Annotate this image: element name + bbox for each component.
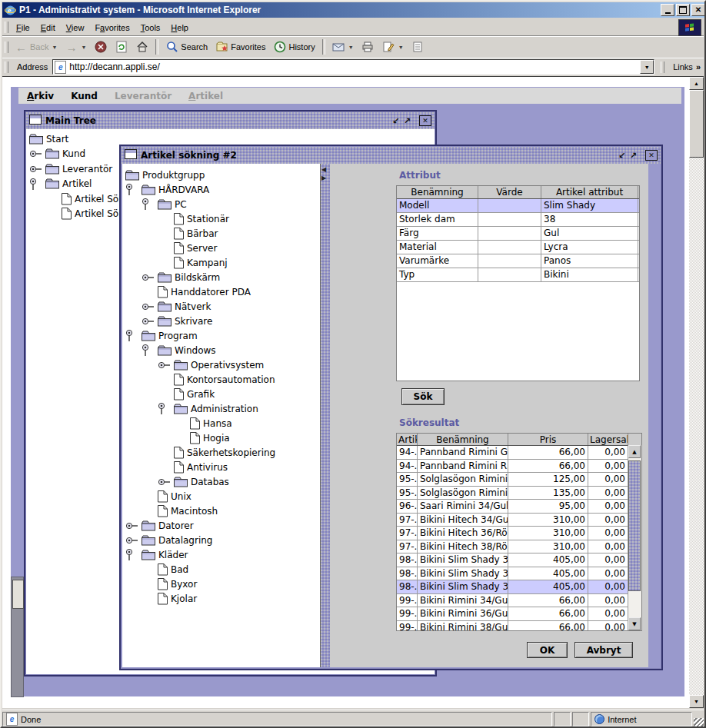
tree-handle-collapsed-icon[interactable]: [142, 317, 158, 326]
discuss-button[interactable]: [408, 38, 428, 55]
links-grip[interactable]: [661, 61, 664, 73]
column-header-ben-mning[interactable]: Benämning: [418, 434, 508, 445]
menu-edit[interactable]: Edit: [35, 22, 61, 34]
addressbar-grip[interactable]: [5, 61, 8, 73]
tree-item-station-r[interactable]: Stationär: [122, 211, 320, 226]
tree-item-kl-der[interactable]: Kläder: [122, 547, 320, 562]
result-row[interactable]: 97-...Bikini Hitech 38/Rö...310,000,00: [397, 540, 628, 554]
window-resize-grip[interactable]: [694, 718, 704, 728]
splitpane-divider[interactable]: ◀ ▶: [320, 164, 331, 667]
tree-item-produktgrupp[interactable]: Produktgrupp: [122, 168, 320, 182]
main-tree-titlebar[interactable]: Main Tree ↙ ↗ ✕: [26, 112, 435, 129]
split-collapse-left-icon[interactable]: ◀: [321, 165, 326, 174]
tree-handle-expanded-icon[interactable]: [158, 401, 174, 416]
menu-view[interactable]: View: [61, 22, 90, 34]
scroll-up-icon[interactable]: ▲: [628, 445, 641, 458]
result-row[interactable]: 99-...Bikini Rimini 34/Gul...66,000,00: [397, 594, 628, 608]
result-row[interactable]: 96-...Saari Rimini 34/Gul...95,000,00: [397, 500, 628, 514]
maximize-icon[interactable]: ↗: [628, 150, 639, 161]
column-header-lagersal[interactable]: Lagersal...: [588, 434, 628, 445]
results-scrollbar[interactable]: ▲ ▼: [628, 445, 641, 630]
tree-item-kjolar[interactable]: Kjolar: [122, 591, 320, 606]
iconify-icon[interactable]: ↙: [616, 150, 628, 161]
attribut-row-material[interactable]: MaterialLycra: [397, 241, 639, 254]
refresh-button[interactable]: [111, 38, 132, 55]
history-button[interactable]: History: [269, 38, 318, 55]
menu-favorites[interactable]: Favorites: [89, 22, 135, 34]
result-row[interactable]: 99-...Bikini Rimini 36/Gul...66,000,00: [397, 607, 628, 621]
tree-item-pc[interactable]: PC: [122, 197, 320, 211]
home-button[interactable]: [132, 38, 152, 55]
menu-help[interactable]: Help: [165, 22, 194, 34]
menu-file[interactable]: File: [11, 22, 35, 34]
toolbar-grip[interactable]: [5, 42, 8, 53]
tree-item-datorer[interactable]: Datorer: [122, 518, 320, 533]
tree-handle-expanded-icon[interactable]: [142, 197, 158, 211]
result-row[interactable]: 94-...Pannband Rimini R...66,000,00: [397, 460, 628, 474]
tree-handle-collapsed-icon[interactable]: [125, 536, 142, 545]
tree-item-hogia[interactable]: Hogia: [122, 430, 320, 445]
tree-handle-expanded-icon[interactable]: [125, 547, 142, 562]
tree-item-b-rbar[interactable]: Bärbar: [122, 226, 320, 241]
result-row[interactable]: 98-...Bikini Slim Shady 3...405,000,00: [397, 553, 628, 567]
attribut-row-f-rg[interactable]: FärgGul: [397, 227, 639, 241]
result-row[interactable]: 99-...Bikini Rimini 38/Gul...66,000,00: [397, 621, 628, 631]
scroll-down-icon[interactable]: ▼: [628, 617, 641, 630]
tree-handle-collapsed-icon[interactable]: [125, 521, 142, 530]
maximize-button[interactable]: [676, 4, 690, 16]
tree-item-bildsk-rm[interactable]: Bildskärm: [122, 270, 320, 284]
tree-item-hansa[interactable]: Hansa: [122, 416, 320, 430]
result-row[interactable]: 95-...Solglasögon Rimini ...125,000,00: [397, 473, 628, 487]
tree-item-s-kerhetskopiering[interactable]: Säkerhetskopiering: [122, 445, 320, 460]
minimize-button[interactable]: [661, 4, 674, 16]
tree-item-skrivare[interactable]: Skrivare: [122, 314, 320, 328]
stop-button[interactable]: [90, 38, 111, 55]
applet-left-scrollbar-thumb[interactable]: [12, 580, 24, 609]
print-button[interactable]: [358, 38, 378, 55]
result-row[interactable]: 95-...Solglasögon Rimini ...135,000,00: [397, 487, 628, 500]
tree-handle-expanded-icon[interactable]: [125, 328, 142, 343]
tree-item-operativsystem[interactable]: Operativsystem: [122, 357, 320, 372]
sok-button[interactable]: Sök: [401, 388, 445, 405]
artikel-sokning-titlebar[interactable]: Artikel sökning #2 ↙ ↗ ✕: [122, 147, 661, 164]
avbryt-button[interactable]: Avbryt: [574, 642, 633, 658]
scroll-up-icon[interactable]: ▲: [689, 77, 704, 90]
address-input[interactable]: e http://decann.appli.se/ ▼: [52, 59, 654, 75]
scroll-down-icon[interactable]: ▼: [689, 695, 704, 708]
tree-handle-collapsed-icon[interactable]: [142, 302, 158, 311]
tree-handle-expanded-icon[interactable]: [125, 182, 142, 197]
column-header-pris[interactable]: Pris: [508, 434, 588, 445]
attribut-row-storlek-dam[interactable]: Storlek dam38: [397, 213, 639, 227]
tree-handle-collapsed-icon[interactable]: [29, 149, 45, 158]
iconify-icon[interactable]: ↙: [390, 115, 401, 126]
tree-item-h-rdvara[interactable]: HÅRDVARA: [122, 182, 320, 197]
column-header-artikel[interactable]: Artikel: [397, 434, 418, 445]
mail-button[interactable]: ▼: [328, 38, 358, 55]
tree-item-bad[interactable]: Bad: [122, 562, 320, 577]
tree-item-kontorsautomation[interactable]: Kontorsautomation: [122, 372, 320, 387]
page-scrollbar-thumb[interactable]: [689, 90, 704, 158]
column-header-artikel-attribut[interactable]: Artikel attribut: [541, 186, 638, 198]
result-row[interactable]: 98-...Bikini Slim Shady 3...405,000,00: [397, 580, 628, 594]
attribut-row-modell[interactable]: ModellSlim Shady: [397, 199, 639, 213]
tree-item-unix[interactable]: Unix: [122, 489, 320, 504]
tree-handle-collapsed-icon[interactable]: [158, 477, 174, 487]
close-icon[interactable]: ✕: [645, 150, 658, 161]
applet-left-scrollbar[interactable]: [11, 577, 24, 697]
close-icon[interactable]: ✕: [419, 115, 431, 126]
menubar-grip[interactable]: [5, 22, 8, 33]
tree-item-program[interactable]: Program: [122, 328, 320, 343]
column-header-v-rde[interactable]: Värde: [478, 186, 541, 198]
tree-handle-collapsed-icon[interactable]: [158, 361, 174, 370]
result-row[interactable]: 98-...Bikini Slim Shady 3...405,000,00: [397, 567, 628, 581]
tree-item-antivirus[interactable]: Antivirus: [122, 460, 320, 474]
applet-menu-arkiv[interactable]: Arkiv: [18, 91, 62, 101]
tree-handle-expanded-icon[interactable]: [29, 177, 45, 191]
back-button[interactable]: ← Back ▼: [11, 38, 61, 55]
tree-item-server[interactable]: Server: [122, 241, 320, 255]
forward-button[interactable]: → ▼: [61, 38, 90, 55]
favorites-button[interactable]: Favorites: [211, 38, 269, 55]
result-row[interactable]: 97-...Bikini Hitech 36/Rö...310,000,00: [397, 527, 628, 540]
tree-item-grafik[interactable]: Grafik: [122, 387, 320, 401]
edit-button[interactable]: ▼: [378, 38, 408, 55]
